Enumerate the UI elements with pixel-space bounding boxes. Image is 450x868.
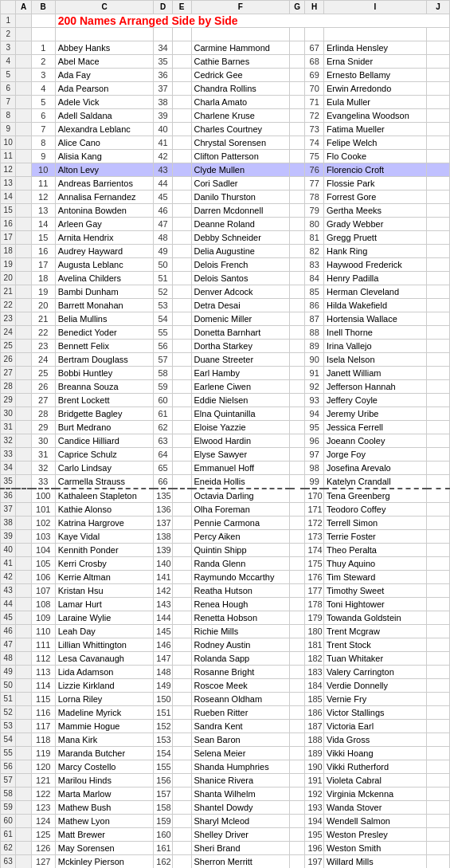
table-row: 37 101 Kathie Alonso 136 Olha Foreman 17… — [1, 503, 450, 516]
table-row: 50 114 Lizzie Kirkland 149 Roscoe Meek 1… — [1, 679, 450, 693]
table-row: 63 127 Mckinley Pierson 162 Sherron Merr… — [1, 855, 450, 869]
table-row: 10 8 Alice Cano 41 Chrystal Sorensen 74 … — [1, 136, 450, 150]
col-a-header: A — [16, 1, 31, 14]
col-f-header: F — [191, 1, 290, 14]
table-row: 45 109 Laraine Wylie 144 Renetta Hobson … — [1, 611, 450, 625]
row-num-1: 1 — [1, 14, 16, 28]
table-row: 19 17 Augusta Leblanc 50 Delois French 8… — [1, 258, 450, 272]
table-row: 44 108 Lamar Hurt 143 Renea Hough 178 To… — [1, 598, 450, 611]
table-row: 39 103 Kaye Vidal 138 Percy Aiken 173 Te… — [1, 530, 450, 544]
table-row: 23 21 Belia Mullins 54 Domenic Miller 87… — [1, 312, 450, 326]
table-row: 12 10 Alton Levy 43 Clyde Mullen 76 Flor… — [1, 163, 450, 177]
table-row: 60 124 Mathew Lyon 159 Sharyl Mcleod 194… — [1, 815, 450, 828]
col-i-header: I — [324, 1, 427, 14]
col-j-header: J — [426, 1, 449, 14]
table-row: 13 11 Andreas Barrientos 44 Cori Sadler … — [1, 177, 450, 190]
table-row: 55 119 Maranda Butcher 154 Selena Meier … — [1, 747, 450, 760]
table-row: 36 100 Kathaleen Stapleton 135 Octavia D… — [1, 489, 450, 503]
table-row: 31 29 Burt Medrano 62 Eloise Yazzie 95 J… — [1, 421, 450, 434]
column-header-row: A B C D E F G H I J — [1, 1, 450, 14]
table-row: 5 3 Ada Fay 36 Cedrick Gee 69 Ernesto Be… — [1, 69, 450, 82]
table-row: 53 117 Mammie Hogue 152 Sandra Kent 187 … — [1, 720, 450, 733]
col-g-header: G — [290, 1, 305, 14]
col-c-header: C — [55, 1, 154, 14]
col-d-header: D — [154, 1, 173, 14]
table-row: 52 116 Madeline Myrick 151 Rueben Ritter… — [1, 706, 450, 720]
row-2: 2 — [1, 28, 450, 41]
table-row: 48 112 Lesa Cavanaugh 147 Rolanda Sapp 1… — [1, 652, 450, 666]
table-row: 4 2 Abel Mace 35 Cathie Barnes 68 Erna S… — [1, 55, 450, 69]
table-row: 14 12 Annalisa Fernandez 45 Danilo Thurs… — [1, 190, 450, 204]
table-row: 58 122 Marta Marlow 157 Shanta Wilhelm 1… — [1, 787, 450, 801]
table-row: 61 125 Matt Brewer 160 Shelley Driver 19… — [1, 828, 450, 842]
table-row: 35 33 Carmella Strauss 66 Eneida Hollis … — [1, 475, 450, 489]
table-row: 26 24 Bertram Douglass 57 Duane Streeter… — [1, 353, 450, 367]
table-row: 56 120 Marcy Costello 155 Shanda Humphri… — [1, 760, 450, 774]
table-row: 15 13 Antonina Bowden 46 Darren Mcdonnel… — [1, 204, 450, 218]
table-row: 62 126 May Sorensen 161 Sheri Brand 196 … — [1, 842, 450, 855]
table-row: 11 9 Alisia Kang 42 Clifton Patterson 75… — [1, 150, 450, 163]
row-1: 1 200 Names Arranged Side by Side — [1, 14, 450, 28]
table-row: 29 27 Brent Lockett 60 Eddie Nielsen 93 … — [1, 394, 450, 407]
table-row: 51 115 Lorna Riley 150 Roseann Oldham 18… — [1, 693, 450, 706]
corner-cell — [1, 1, 16, 14]
table-row: 59 123 Mathew Bush 158 Shantel Dowdy 193… — [1, 801, 450, 815]
table-row: 3 1 Abbey Hanks 34 Carmine Hammond 67 Er… — [1, 41, 450, 55]
table-row: 33 31 Caprice Schulz 64 Elyse Sawyer 97 … — [1, 448, 450, 461]
table-row: 22 20 Barrett Monahan 53 Detra Desai 86 … — [1, 299, 450, 312]
table-row: 46 110 Leah Day 145 Richie Mills 180 Tre… — [1, 625, 450, 638]
title-cell: 200 Names Arranged Side by Side — [55, 14, 449, 28]
spreadsheet: A B C D E F G H I J 1 200 Names Arranged… — [0, 0, 450, 868]
table-row: 18 16 Audrey Hayward 49 Delia Augustine … — [1, 245, 450, 258]
table-row: 49 113 Lida Adamson 148 Rosanne Bright 1… — [1, 666, 450, 679]
col-e-header: E — [172, 1, 191, 14]
table-row: 38 102 Katrina Hargrove 137 Pennie Carmo… — [1, 516, 450, 530]
table-row: 16 14 Arleen Gay 47 Deanne Roland 80 Gra… — [1, 218, 450, 231]
table-row: 41 105 Kerri Crosby 140 Randa Glenn 175 … — [1, 557, 450, 571]
cell-1-a — [16, 14, 31, 28]
col-b-header: B — [31, 1, 55, 14]
table-row: 30 28 Bridgette Bagley 61 Elna Quintanil… — [1, 407, 450, 421]
table-row: 43 107 Kristan Hsu 142 Reatha Hutson 177… — [1, 584, 450, 598]
table-row: 21 19 Bambi Dunham 52 Denver Adcock 85 H… — [1, 285, 450, 299]
table-row: 9 7 Alexandra Leblanc 40 Charles Courtne… — [1, 123, 450, 136]
table-row: 20 18 Avelina Childers 51 Delois Santos … — [1, 272, 450, 285]
table-row: 27 25 Bobbi Huntley 58 Earl Hamby 91 Jan… — [1, 367, 450, 380]
table-row: 34 32 Carlo Lindsay 65 Emmanuel Hoff 98 … — [1, 461, 450, 475]
cell-1-b — [31, 14, 55, 28]
table-row: 25 23 Bennett Felix 56 Dortha Starkey 89… — [1, 340, 450, 353]
table-row: 54 118 Mana Kirk 153 Sean Baron 188 Vida… — [1, 733, 450, 747]
table-row: 28 26 Breanna Souza 59 Earlene Ciwen 92 … — [1, 380, 450, 394]
table-row: 17 15 Arnita Hendrix 48 Debby Schneider … — [1, 231, 450, 245]
table-row: 8 6 Adell Saldana 39 Charlene Kruse 72 E… — [1, 109, 450, 123]
col-h-header: H — [305, 1, 324, 14]
table-row: 7 5 Adele Vick 38 Charla Amato 71 Eula M… — [1, 96, 450, 109]
table-row: 57 121 Marilou Hinds 156 Shanice Rivera … — [1, 774, 450, 787]
table-row: 6 4 Ada Pearson 37 Chandra Rollins 70 Er… — [1, 82, 450, 96]
table-row: 47 111 Lillian Whittington 146 Rodney Au… — [1, 638, 450, 652]
table-row: 24 22 Benedict Yoder 55 Donetta Barnhart… — [1, 326, 450, 340]
table-row: 32 30 Candice Hilliard 63 Elwood Hardin … — [1, 434, 450, 448]
table-row: 40 104 Kennith Ponder 139 Quintin Shipp … — [1, 544, 450, 557]
table-row: 42 106 Kerrie Altman 141 Raymundo Mccart… — [1, 571, 450, 584]
